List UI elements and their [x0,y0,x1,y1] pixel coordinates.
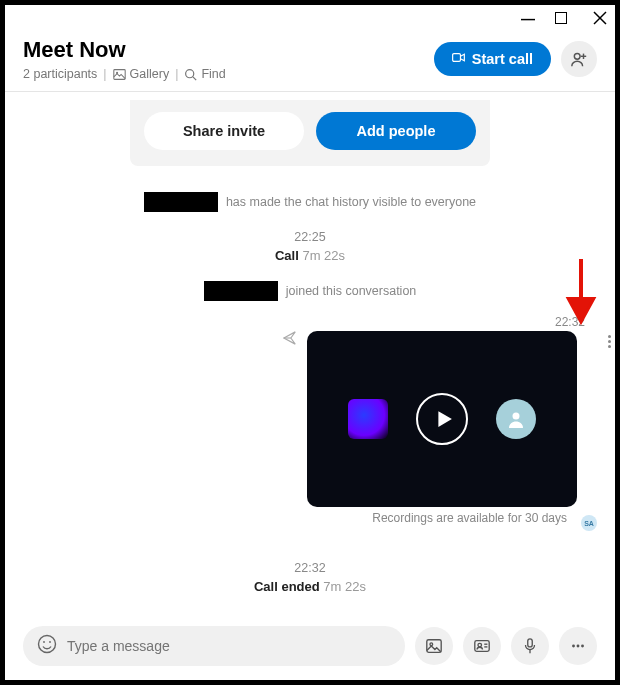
media-button[interactable] [415,627,453,665]
picture-icon [425,637,443,655]
share-invite-button[interactable]: Share invite [144,112,304,150]
video-icon [452,51,465,67]
message-composer [23,626,597,666]
svg-point-26 [572,645,575,648]
header-divider [5,91,615,92]
system-message-history-visible: has made the chat history visible to eve… [23,192,597,212]
call-ended-duration: 7m 22s [323,579,366,594]
chat-area: has made the chat history visible to eve… [5,166,615,636]
recording-availability-note: Recordings are available for 30 days [23,511,567,525]
chat-header: Meet Now 2 participants | Gallery | Find [5,33,615,91]
system-timestamp: 22:25 [23,230,597,244]
svg-rect-6 [452,54,460,62]
recording-timestamp: 22:32 [307,315,597,329]
separator: | [175,67,178,81]
svg-point-28 [581,645,584,648]
person-plus-icon [570,50,588,68]
contact-card-icon [473,637,491,655]
close-button[interactable] [591,11,609,28]
separator: | [103,67,106,81]
play-button[interactable] [416,393,468,445]
call-ended-summary: Call ended 7m 22s [23,579,597,594]
svg-point-17 [49,641,51,643]
gallery-label: Gallery [130,67,170,81]
message-more-button[interactable] [604,331,615,352]
start-call-button[interactable]: Start call [434,42,551,76]
invite-panel: Share invite Add people [130,100,490,166]
recording-card[interactable] [307,331,577,507]
emoji-icon[interactable] [37,634,57,659]
start-call-label: Start call [472,51,533,67]
add-people-button[interactable]: Add people [316,112,476,150]
minimize-button[interactable] [519,11,537,27]
svg-point-16 [43,641,45,643]
system-text: joined this conversation [286,284,417,298]
sent-icon [283,331,297,349]
maximize-button[interactable] [555,14,573,24]
microphone-icon [521,637,539,655]
person-icon [506,409,526,429]
recording-message: 22:32 SA [307,315,597,507]
svg-point-21 [478,643,482,647]
voice-message-button[interactable] [511,627,549,665]
recording-thumbnail [348,399,388,439]
gallery-icon [113,68,126,81]
call-label: Call [275,248,299,263]
compose-input-wrap[interactable] [23,626,405,666]
contact-card-button[interactable] [463,627,501,665]
find-label: Find [201,67,225,81]
svg-line-5 [193,76,196,79]
system-message-joined: joined this conversation [23,281,597,301]
chat-title: Meet Now [23,37,226,63]
more-horizontal-icon [569,637,587,655]
read-receipt: SA [581,515,597,531]
search-icon [184,68,197,81]
svg-point-7 [574,53,580,59]
svg-point-27 [577,645,580,648]
svg-point-4 [186,69,194,77]
gallery-link[interactable]: Gallery [113,67,170,81]
message-input[interactable] [67,638,391,654]
redacted-name [144,192,218,212]
more-options-button[interactable] [559,627,597,665]
svg-point-15 [39,635,56,652]
call-summary: Call 7m 22s [23,248,597,263]
system-timestamp: 22:32 [23,561,597,575]
window-title-bar [5,5,615,33]
add-participant-button[interactable] [561,41,597,77]
svg-point-11 [513,413,520,420]
svg-rect-24 [528,639,533,647]
participants-link[interactable]: 2 participants [23,67,97,81]
find-link[interactable]: Find [184,67,225,81]
participant-avatar [496,399,536,439]
call-ended-label: Call ended [254,579,320,594]
redacted-name [204,281,278,301]
play-icon [435,410,453,428]
system-text: has made the chat history visible to eve… [226,195,476,209]
call-duration: 7m 22s [302,248,345,263]
